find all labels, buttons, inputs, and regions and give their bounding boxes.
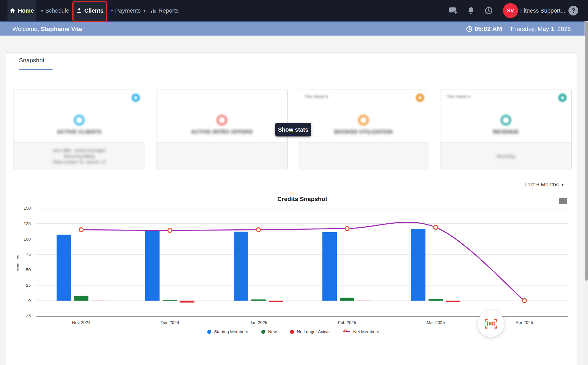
- x-tick-label: Nov 2024: [72, 320, 90, 325]
- donut-indicator: [358, 115, 369, 126]
- stat-card-title: BOOKED UTILIZATION: [298, 129, 429, 135]
- divider: [6, 71, 577, 71]
- legend-item-no-longer-active: No Longer Active: [290, 329, 330, 334]
- x-tick-label: Apr 2025: [516, 320, 533, 325]
- footer-line: Intro Offer - Active Packages: [53, 148, 106, 153]
- bar-no-longer-active: [357, 301, 372, 301]
- top-nav-bar: Home Schedule Clients Payments ▾ Reports…: [0, 0, 588, 21]
- nav-tab-payments[interactable]: Payments ▾: [111, 0, 146, 21]
- stat-card-footer: [156, 142, 287, 170]
- bar-starting-members: [411, 229, 425, 300]
- footer-line: Recurring: [497, 154, 515, 159]
- donut-indicator: [216, 115, 227, 126]
- stat-card-footer: Recurring: [440, 142, 571, 170]
- history-button[interactable]: [482, 0, 495, 21]
- help-button[interactable]: ?: [568, 6, 578, 15]
- scrollbar-track[interactable]: [585, 21, 588, 365]
- stat-card-revenue: This Week ▾ REVENUE Recurring: [440, 89, 572, 170]
- chat-icon: [449, 6, 457, 15]
- donut-indicator: [500, 115, 511, 126]
- range-selector[interactable]: Last 6 Months ▾: [525, 177, 564, 192]
- bar-new: [163, 300, 177, 301]
- welcome-message: Welcome, Stephanie Vite: [12, 26, 82, 32]
- bar-no-longer-active: [269, 301, 283, 302]
- active-tab-underline: [19, 69, 53, 70]
- scrollbar-thumb[interactable]: [585, 21, 588, 281]
- notifications-button[interactable]: [465, 0, 477, 21]
- stat-card-action-icon[interactable]: [131, 93, 140, 102]
- net-members-marker: [345, 227, 349, 231]
- bar-no-longer-active: [92, 301, 106, 301]
- stat-card-title: ACTIVE CLIENTS: [14, 129, 145, 135]
- bar-new: [429, 299, 443, 300]
- nav-tab-label: Clients: [84, 7, 104, 14]
- legend-item-starting-members: Starting Members: [207, 329, 248, 334]
- credit-card-icon: [111, 8, 113, 14]
- x-tick-label: Jan 2025: [249, 320, 267, 325]
- help-icon: ?: [568, 6, 578, 15]
- nav-tab-label: Reports: [158, 7, 179, 14]
- bar-starting-members: [57, 235, 71, 301]
- chart-panel-header: Last 6 Months ▾: [15, 177, 571, 192]
- y-tick-label: 125: [24, 221, 31, 226]
- legend-line-marker-icon: [343, 329, 350, 334]
- credits-snapshot-panel: Last 6 Months ▾ Credits Snapshot 1501251…: [15, 177, 571, 365]
- legend-item-new: New: [261, 329, 277, 334]
- person-icon: [76, 8, 82, 13]
- bar-chart-icon: [150, 8, 156, 13]
- bar-no-longer-active: [446, 301, 460, 302]
- barcode-scan-icon: [485, 319, 497, 329]
- y-tick-label: 0: [28, 298, 31, 303]
- floating-brand-widget[interactable]: [478, 311, 504, 337]
- legend-dot: [261, 330, 265, 334]
- stat-card-title: ACTIVE INTRO OFFERS: [156, 129, 287, 135]
- x-tick-label: Feb 2025: [338, 320, 356, 325]
- y-tick-label: 25: [26, 283, 31, 288]
- welcome-prefix: Welcome,: [12, 26, 39, 32]
- x-tick-label: Mar 2025: [427, 320, 445, 325]
- x-tick-label: Dec 2024: [161, 320, 179, 325]
- net-members-marker: [79, 228, 83, 232]
- account-menu[interactable]: Fitness Support... ▾: [520, 0, 570, 21]
- bar-starting-members: [234, 232, 248, 301]
- y-tick-label: -25: [24, 313, 31, 318]
- nav-tab-schedule[interactable]: Schedule: [41, 0, 69, 21]
- tab-snapshot[interactable]: Snapshot: [19, 57, 45, 64]
- current-date: Thursday, May 1, 2025: [510, 26, 571, 32]
- chevron-down-icon: ▾: [562, 182, 564, 187]
- chat-button[interactable]: [447, 0, 459, 21]
- current-time: 05:02 AM: [466, 25, 502, 33]
- period-dropdown[interactable]: This Week ▾: [447, 94, 470, 99]
- clock-icon: [466, 26, 473, 32]
- bar-new: [340, 298, 354, 301]
- welcome-bar: Welcome, Stephanie Vite 05:02 AM Thursda…: [0, 21, 585, 36]
- bar-no-longer-active: [180, 301, 194, 302]
- stat-card-action-icon[interactable]: [558, 93, 567, 102]
- net-members-marker: [522, 299, 526, 303]
- stat-card-active-clients: ACTIVE CLIENTS Intro Offer - Active Pack…: [13, 89, 145, 170]
- legend-dot: [207, 330, 211, 334]
- footer-line: Total Contact: 97, Alumni: 12: [53, 160, 106, 164]
- y-axis-title: Members: [16, 255, 20, 272]
- show-stats-button[interactable]: Show stats: [275, 123, 311, 136]
- home-icon: [9, 8, 16, 14]
- legend-item-net-members: Net Members: [343, 329, 379, 334]
- donut-indicator: [74, 115, 85, 126]
- stat-card-active-intro-offers: ACTIVE INTRO OFFERS: [156, 89, 288, 170]
- period-dropdown[interactable]: This Week ▾: [304, 94, 328, 99]
- nav-tab-clients[interactable]: Clients: [74, 0, 106, 21]
- stat-card-footer: [298, 142, 429, 170]
- nav-tab-label: Schedule: [45, 7, 69, 14]
- net-members-marker: [256, 228, 260, 232]
- y-tick-label: 100: [24, 237, 31, 241]
- stat-card-footer: Intro Offer - Active Packages Recurring …: [14, 142, 145, 170]
- nav-tab-label: Home: [18, 7, 34, 14]
- clock-icon: [485, 7, 493, 15]
- avatar[interactable]: SV: [503, 3, 518, 18]
- chevron-down-icon: ▾: [144, 8, 146, 13]
- bar-starting-members: [322, 232, 337, 301]
- bar-new: [74, 296, 88, 300]
- stat-card-action-icon[interactable]: [416, 93, 424, 102]
- nav-tab-reports[interactable]: Reports: [150, 0, 179, 21]
- nav-tab-home[interactable]: Home: [7, 0, 36, 21]
